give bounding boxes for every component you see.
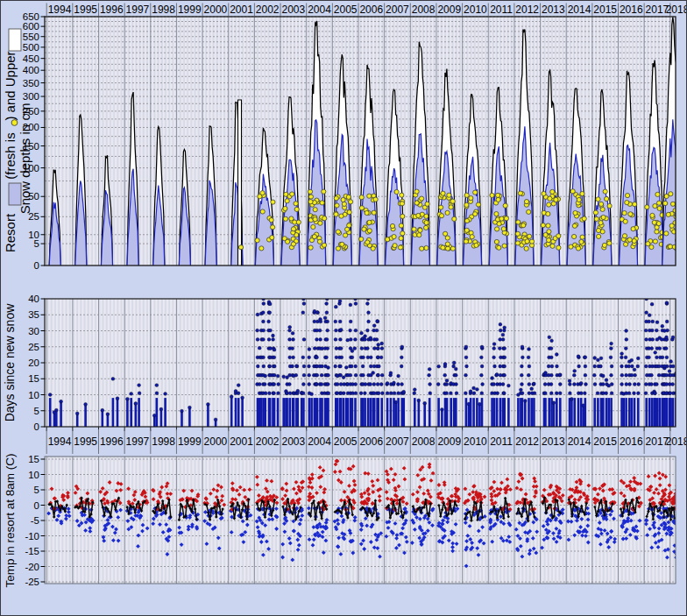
tick-label: 35 [28,309,39,320]
tick-label: 15 [28,454,39,464]
tick-label: 550 [23,32,39,42]
year-label: 2014 [568,435,591,448]
year-label: 1997 [126,4,150,16]
year-label: 2011 [490,435,513,448]
year-label: 2007 [386,435,409,448]
tick-label: -20 [25,562,39,572]
year-label: 2005 [334,4,358,16]
year-label: 2003 [281,4,305,16]
tick-label: 40 [28,294,39,304]
year-label: 2010 [464,4,487,16]
year-label: 1998 [152,435,175,448]
year-label: 1996 [100,4,124,16]
year-label: 2002 [256,4,280,16]
year-label: 1995 [74,4,97,16]
year-label: 2012 [515,435,539,448]
year-label: 2003 [281,435,305,448]
year-label: 2012 [515,4,539,16]
year-label: 2013 [542,435,565,448]
year-label: 2000 [204,435,228,448]
upper-swatch [9,29,21,51]
year-label: 2006 [359,4,383,16]
tick-label: 0 [34,421,39,432]
year-label: 2004 [308,4,331,16]
tick-label: 10 [28,470,39,480]
year-label: 1998 [152,4,175,16]
chart-canvas: 0510255010015020025030035040045050055060… [1,1,687,616]
year-label: 2011 [490,4,513,16]
tick-label: 5 [34,238,39,249]
snow-depth-panel [45,17,683,266]
tick-label: -10 [25,531,39,542]
snow-history-chart: 0510255010015020025030035040045050055060… [0,0,687,616]
year-label: 1997 [126,435,150,448]
tick-label: 500 [23,42,39,53]
tick-label: 0 [34,500,39,511]
tick-label: 30 [28,326,39,336]
year-label: 1999 [178,4,202,16]
year-label: 2008 [412,435,436,448]
year-label: 2000 [204,4,228,16]
year-label: 2016 [620,4,643,16]
year-label: 2018 [666,435,687,448]
year-label: 2008 [412,4,436,16]
tick-label: 15 [28,373,39,384]
tick-label: 10 [28,390,39,400]
tick-label: -15 [25,546,39,556]
legend-resort-label: Resort [3,213,18,252]
year-label: 2001 [230,4,253,16]
year-label: 2002 [256,435,280,448]
year-label: 2004 [308,435,331,448]
tick-label: -5 [31,515,39,526]
left-axis-legend: Resort(fresh is) and UpperSnow depths in… [3,29,32,588]
tick-label: 5 [34,485,39,495]
year-label: 1994 [48,435,72,448]
legend-fresh-prefix: (fresh is [3,132,18,179]
top-year-axis: 1994199519961997199819992000200120022003… [46,4,687,17]
tick-label: 350 [23,78,39,89]
axes: 0510255010015020025030035040045050055060… [23,11,45,587]
tick-label: 600 [23,21,39,32]
days-since-snow-panel [45,297,679,427]
tick-label: 0 [34,260,39,271]
year-label: 1995 [74,435,97,448]
year-label: 1999 [178,435,202,448]
year-label: 2015 [593,435,617,448]
year-label: 2015 [593,4,617,16]
temp-panel [45,457,679,584]
days-axis-title: Days since new snow [3,303,17,422]
year-label: 2013 [542,4,565,16]
year-label: 2009 [437,435,461,448]
year-label: 2006 [359,435,383,448]
year-label: 2009 [437,4,461,16]
mid-year-axis: 1994199519961997199819992000200120022003… [46,429,687,454]
tick-label: 450 [23,53,39,64]
year-label: 1994 [48,4,72,16]
tick-label: 300 [23,91,39,102]
tick-label: 400 [23,65,39,75]
year-label: 2018 [666,4,687,16]
tick-label: 650 [23,11,39,22]
year-label: 2007 [386,4,409,16]
tick-label: -25 [25,577,39,587]
tick-label: 5 [34,406,39,416]
year-label: 2001 [230,435,253,448]
tick-label: 20 [28,358,39,368]
tick-label: 25 [28,342,39,352]
year-label: 2010 [464,435,487,448]
year-label: 2016 [620,435,643,448]
tick-label: 10 [28,230,39,240]
year-label: 2005 [334,435,358,448]
snow-depth-axis-title: Snow depths in cm [18,103,32,215]
legend-fresh-suffix: ) and Upper [3,51,18,120]
year-label: 2014 [568,4,591,16]
year-label: 1996 [100,435,124,448]
temp-axis-title: Temp in resort at 8am (C) [4,453,17,587]
